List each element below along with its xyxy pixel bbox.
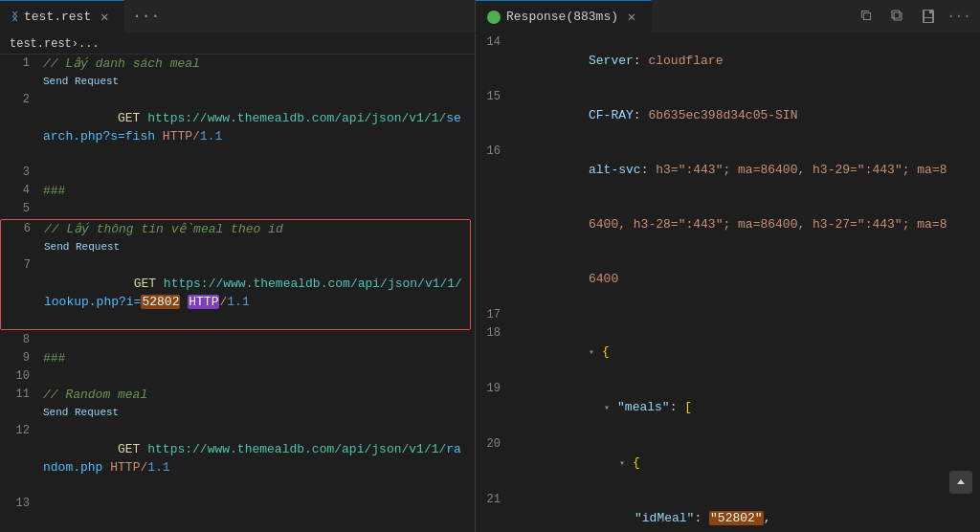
resp-content-19: ▾ "meals": [	[514, 380, 980, 435]
left-tab-more[interactable]: ···	[124, 0, 167, 33]
collapse-19[interactable]: ▾	[604, 399, 615, 417]
main-tab-bar: ᛝ test.rest ✕ ··· Response(883ms) ✕	[0, 0, 980, 33]
highlighted-block: 6 // Lấy thông tin về meal theo id Send …	[0, 219, 471, 330]
resp-num-14: 14	[476, 33, 514, 52]
resp-num-17: 17	[476, 306, 514, 324]
collapse-20[interactable]: ▾	[619, 454, 631, 473]
resp-line-16b: 6400, h3-28=":443"; ma=86400, h3-27=":44…	[476, 197, 980, 252]
line-num-4: 4	[0, 182, 43, 200]
method-get-1: GET	[118, 111, 147, 125]
main-panes: test.rest › ... 1 // Lấy danh sách meal …	[0, 33, 980, 532]
copy-button[interactable]	[884, 3, 911, 30]
method-get-2: GET	[134, 277, 164, 291]
resp-num-20: 20	[476, 435, 514, 454]
resp-content-16: alt-svc: h3=":443"; ma=86400, h3-29=":44…	[514, 143, 980, 197]
url-1: https://www.themealdb.com/api/json/v1/1/	[147, 111, 446, 125]
param-id-highlight: 52802	[141, 295, 180, 309]
line-content-11: // Random meal	[43, 386, 475, 404]
resp-content-18: ▾ {	[514, 324, 980, 380]
editor-content[interactable]: 1 // Lấy danh sách meal Send Request 2 G…	[0, 55, 475, 532]
breadcrumb-context: ...	[78, 37, 100, 51]
line-send-3: Send Request	[0, 404, 475, 422]
line-content-1: // Lấy danh sách meal	[43, 55, 475, 73]
resp-num-18: 18	[476, 324, 514, 343]
line-num-2: 2	[0, 91, 43, 109]
response-tab-close[interactable]: ✕	[624, 10, 639, 25]
line-1: 1 // Lấy danh sách meal	[0, 55, 475, 73]
resp-content-15: CF-RAY: 6b635ec398d34c05-SIN	[514, 88, 980, 143]
rest-icon: ᛝ	[11, 11, 18, 23]
line-11: 11 // Random meal	[0, 386, 475, 404]
line-6: 6 // Lấy thông tin về meal theo id	[1, 220, 470, 238]
tab-test-rest[interactable]: ᛝ test.rest ✕	[0, 0, 124, 33]
line-num-3: 3	[0, 164, 43, 182]
line-content-2: GET https://www.themealdb.com/api/json/v…	[43, 91, 475, 164]
line-content-4: ###	[43, 182, 475, 200]
response-tab-actions: ···	[854, 0, 980, 33]
line-content-7: GET https://www.themealdb.com/api/json/v…	[44, 256, 470, 329]
resp-line-20: 20 ▾ {	[476, 435, 980, 491]
resp-num-21: 21	[476, 491, 514, 509]
url-2: https://www.themealdb.com/api/json/v1/1/	[164, 277, 462, 291]
http-ver-highlight: HTTP	[188, 295, 219, 309]
response-more-button[interactable]: ···	[946, 3, 972, 30]
copy-raw-button[interactable]	[854, 3, 880, 30]
more-dots-label: ···	[947, 9, 970, 24]
send-request-3[interactable]: Send Request	[43, 404, 475, 422]
breadcrumb-file: test.rest	[10, 37, 72, 51]
line-num-5: 5	[0, 200, 43, 218]
id-meal-value: "52802"	[709, 511, 764, 525]
collapse-18[interactable]: ▾	[589, 344, 600, 362]
http-ver-num-1: 1.1	[200, 129, 222, 144]
resp-line-15: 15 CF-RAY: 6b635ec398d34c05-SIN	[476, 88, 980, 143]
resp-content-16c: 6400	[514, 252, 980, 306]
line-7: 7 GET https://www.themealdb.com/api/json…	[1, 256, 470, 329]
resp-num-15: 15	[476, 88, 514, 106]
line-num-12: 12	[0, 422, 43, 440]
http-ver-1: HTTP/	[155, 129, 200, 144]
line-12: 12 GET https://www.themealdb.com/api/jso…	[0, 422, 475, 495]
line-9: 9 ###	[0, 349, 475, 367]
send-request-2[interactable]: Send Request	[44, 238, 470, 256]
http-ver-num-3: 1.1	[147, 460, 169, 475]
resp-line-16c: 6400	[476, 252, 980, 306]
tab-close-button[interactable]: ✕	[97, 10, 112, 25]
breadcrumb: test.rest › ...	[0, 33, 475, 55]
line-num-8: 8	[0, 331, 43, 349]
http-ver-num-2: 1.1	[227, 295, 249, 309]
tab-test-rest-label: test.rest	[24, 10, 91, 24]
resp-line-21: 21 "idMeal": "52802",	[476, 491, 980, 532]
right-tab-bar: Response(883ms) ✕ ···	[476, 0, 980, 33]
line-content-6: // Lấy thông tin về meal theo id	[44, 220, 470, 238]
resp-content-14: Server: cloudflare	[514, 33, 980, 88]
http-ver-3: HTTP/	[102, 460, 147, 475]
method-get-3: GET	[118, 442, 147, 456]
resp-line-16: 16 alt-svc: h3=":443"; ma=86400, h3-29="…	[476, 143, 980, 197]
line-5: 5	[0, 200, 475, 218]
resp-content-21: "idMeal": "52802",	[514, 491, 980, 532]
left-tab-group: ᛝ test.rest ✕ ···	[0, 0, 476, 33]
tab-response[interactable]: Response(883ms) ✕	[476, 0, 652, 33]
svg-rect-0	[894, 12, 902, 20]
url-3: https://www.themealdb.com/api/json/v1/1/	[147, 442, 446, 456]
line-2: 2 GET https://www.themealdb.com/api/json…	[0, 91, 475, 164]
resp-num-19: 19	[476, 380, 514, 398]
line-num-11: 11	[0, 386, 43, 404]
line-content-9: ###	[43, 349, 475, 367]
line-send-2: Send Request	[1, 238, 470, 256]
line-num-7: 7	[1, 256, 44, 275]
send-request-1[interactable]: Send Request	[43, 73, 475, 91]
response-content[interactable]: 14 Server: cloudflare 15 CF-RAY: 6b635ec…	[476, 33, 980, 532]
save-button[interactable]	[915, 3, 942, 30]
line-4: 4 ###	[0, 182, 475, 200]
line-num-1: 1	[0, 55, 43, 73]
url-path-2: lookup.php?i=	[44, 295, 141, 309]
svg-rect-1	[892, 11, 900, 18]
resp-line-19: 19 ▾ "meals": [	[476, 380, 980, 435]
line-3: 3	[0, 164, 475, 182]
left-more-label: ···	[132, 8, 160, 25]
resp-line-18: 18 ▾ {	[476, 324, 980, 380]
line-num-10: 10	[0, 367, 43, 386]
line-10: 10	[0, 367, 475, 386]
scroll-up-button[interactable]	[949, 471, 972, 494]
